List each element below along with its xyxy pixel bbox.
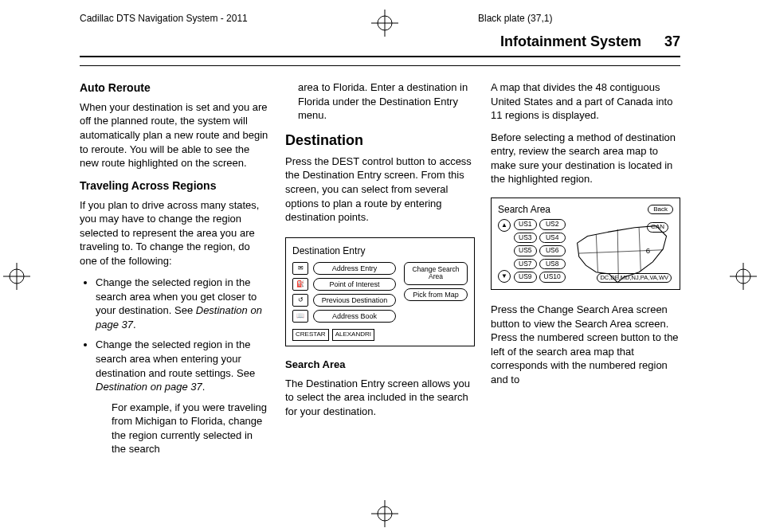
back-button[interactable]: Back [648, 205, 673, 215]
preset-2[interactable]: ALEXANDRI [332, 329, 374, 341]
region-change-list: Change the selected region in the search… [80, 276, 269, 456]
region-us6[interactable]: US6 [539, 245, 566, 256]
history-icon: ↺ [292, 294, 308, 307]
svg-line-14 [639, 228, 641, 271]
region-can[interactable]: CAN [647, 222, 668, 233]
registration-mark-top [371, 10, 398, 37]
running-head: Infotainment System 37 [500, 33, 680, 50]
registration-mark-left [3, 263, 30, 290]
list-item: Change the selected region in the search… [96, 338, 269, 456]
para-continuation: area to Florida. Enter a destination in … [298, 80, 475, 123]
btn-change-search-area[interactable]: Change Search Area [404, 262, 468, 285]
para-destination: Press the DEST control button to access … [285, 155, 475, 225]
para-search-area: The Destination Entry screen allows you … [285, 377, 475, 419]
heading-search-area: Search Area [285, 358, 475, 372]
page-number: 37 [664, 33, 680, 49]
poi-icon: ⛽ [292, 278, 308, 291]
btn-pick-from-map[interactable]: Pick from Map [404, 288, 468, 301]
region-us2[interactable]: US2 [539, 219, 566, 230]
svg-line-12 [596, 234, 597, 272]
states-list: DC,DE,MD,NJ,PA,VA,WV [597, 273, 672, 283]
book-icon: 📖 [292, 310, 308, 323]
region-us5[interactable]: US5 [514, 245, 537, 256]
heading-traveling-regions: Traveling Across Regions [80, 178, 269, 194]
header-left: Cadillac DTS Navigation System - 2011 [80, 13, 248, 24]
figure-title: Destination Entry [292, 244, 468, 257]
figure-search-area: Search Area Back ▲ ▼ US1 US2 [491, 198, 680, 290]
figure-destination-entry: Destination Entry ✉Address Entry ⛽Point … [285, 237, 475, 347]
btn-poi[interactable]: Point of Interest [313, 278, 396, 291]
figure-title: Search Area [498, 203, 550, 216]
envelope-icon: ✉ [292, 262, 308, 275]
scroll-down-icon[interactable]: ▼ [498, 270, 511, 283]
search-area-map: 6 CAN DC,DE,MD,NJ,PA,VA,WV [570, 219, 673, 283]
column-3: A map that divides the 48 contiguous Uni… [491, 80, 680, 464]
para-map-regions: A map that divides the 48 contiguous Uni… [491, 80, 680, 123]
region-us1[interactable]: US1 [514, 219, 537, 230]
column-1: Auto Reroute When your destination is se… [80, 80, 269, 464]
rule [80, 65, 680, 66]
svg-line-13 [617, 229, 618, 279]
svg-line-15 [579, 250, 664, 253]
para-before-selecting: Before selecting a method of destination… [491, 131, 680, 186]
preset-1[interactable]: CRESTAR [292, 329, 329, 341]
running-title: Infotainment System [500, 33, 641, 49]
column-2: area to Florida. Enter a destination in … [285, 80, 475, 464]
list-item: Change the selected region in the search… [96, 276, 269, 331]
para-change-search-area: Press the Change Search Area screen butt… [491, 303, 680, 386]
scroll-up-icon[interactable]: ▲ [498, 219, 511, 232]
registration-mark-right [730, 263, 757, 290]
heading-auto-reroute: Auto Reroute [80, 80, 269, 96]
region-us4[interactable]: US4 [539, 233, 566, 244]
btn-previous-destination[interactable]: Previous Destination [313, 294, 396, 307]
region-us8[interactable]: US8 [539, 259, 566, 270]
example-paragraph: For example, if you were traveling from … [112, 401, 269, 456]
para-auto-reroute: When your destination is set and you are… [80, 100, 269, 170]
heading-destination: Destination [285, 131, 475, 150]
header-right: Black plate (37,1) [478, 13, 552, 24]
region-number-6: 6 [646, 246, 650, 255]
btn-address-book[interactable]: Address Book [313, 310, 396, 323]
region-us9[interactable]: US9 [514, 272, 537, 283]
para-traveling-regions: If you plan to drive across many states,… [80, 198, 269, 268]
region-us3[interactable]: US3 [514, 233, 537, 244]
region-us10[interactable]: US10 [539, 272, 566, 283]
xref-destination: Destination on page 37 [96, 381, 202, 393]
region-us7[interactable]: US7 [514, 259, 537, 270]
btn-address-entry[interactable]: Address Entry [313, 262, 396, 275]
